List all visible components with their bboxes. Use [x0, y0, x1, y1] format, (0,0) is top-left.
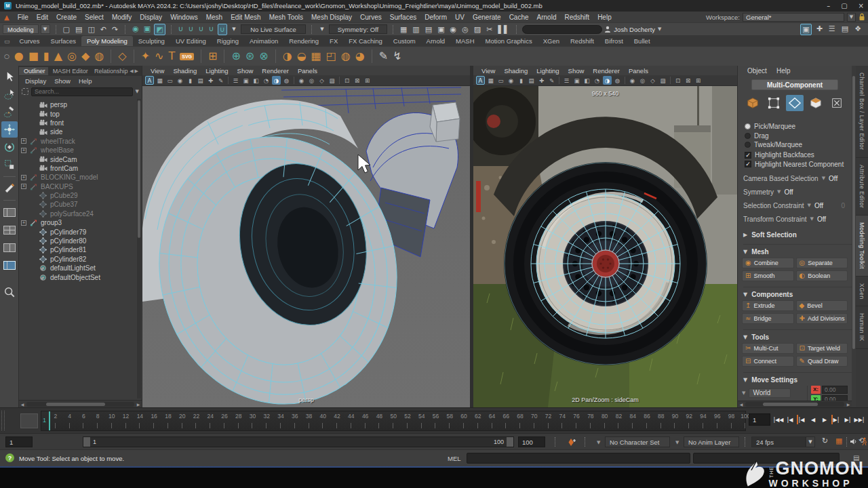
field-chart-icon[interactable]: ⊞ — [694, 76, 703, 85]
range-start-handle[interactable] — [83, 437, 90, 447]
minimize-button[interactable]: – — [827, 2, 830, 9]
camera-attributes-icon[interactable]: ◉ — [507, 76, 515, 85]
add-divisions-button[interactable]: ✚Add Divisions — [796, 313, 848, 324]
outliner-item-wheeltrack[interactable]: +wheelTrack — [19, 137, 138, 146]
lights-icon[interactable]: ◔ — [262, 76, 271, 85]
shelf-tab-bullet[interactable]: Bullet — [629, 36, 656, 46]
object-mode-icon[interactable] — [744, 95, 762, 111]
timeline-frame-40[interactable]: 40 — [309, 411, 323, 430]
outliner-item-top[interactable]: top — [19, 109, 138, 118]
fps-caret-icon[interactable]: ▼ — [806, 436, 815, 447]
snap-plane-icon[interactable]: ∪ — [208, 24, 216, 35]
search-caret-icon[interactable]: ▼ — [136, 89, 139, 94]
current-time-marker[interactable]: 1 — [44, 411, 54, 430]
play-forwards-button[interactable]: ▶ — [819, 412, 830, 427]
selected-highlight-icon[interactable]: A — [145, 76, 154, 85]
panel-menu-renderer[interactable]: Renderer — [258, 67, 293, 75]
multi-cut-button[interactable]: ✂Multi-Cut — [742, 343, 794, 354]
outliner-item-backups[interactable]: +BACKUPS — [19, 182, 138, 191]
shading-icon[interactable]: ◎ — [460, 24, 470, 35]
texture-icon[interactable]: ▨ — [473, 24, 482, 35]
move-tool[interactable] — [1, 121, 18, 138]
workspace-lock-icon[interactable] — [859, 13, 865, 21]
snap-caret-icon[interactable]: ▼ — [229, 24, 239, 34]
character-set-select[interactable]: No Character Set — [605, 436, 670, 447]
shadows-icon[interactable]: ◑ — [272, 76, 281, 85]
range-end-handle[interactable] — [507, 437, 513, 447]
separate-shelf-icon[interactable]: ◍ — [341, 48, 351, 64]
outliner-vscrollbar[interactable] — [137, 99, 141, 399]
timeline-frame-90[interactable]: 90 — [661, 411, 675, 430]
rotate-tool[interactable] — [1, 139, 18, 155]
time-slider-track[interactable]: 1 24681012141618202224262830323436384042… — [41, 411, 746, 431]
soft-selection-expand-icon[interactable]: ▶ — [743, 232, 747, 238]
timeline-frame-16[interactable]: 16 — [140, 411, 154, 430]
expand-icon[interactable]: + — [21, 184, 26, 189]
face-mode-icon[interactable] — [807, 95, 825, 111]
outliner-tab-outliner[interactable]: Outliner — [19, 67, 48, 75]
sidebar-tab-modeling-toolkit[interactable]: Modeling Toolkit — [856, 216, 868, 277]
timeline-frame-62[interactable]: 62 — [464, 411, 478, 430]
timeline-frame-28[interactable]: 28 — [224, 411, 239, 430]
make-live-icon[interactable]: ∪ — [218, 24, 227, 35]
outliner-hscrollbar[interactable]: ◀▶ — [19, 400, 142, 407]
platonic-solid-icon[interactable]: ◇ — [118, 48, 126, 64]
shelf-tab-poly-modeling[interactable]: Poly Modeling — [81, 36, 133, 46]
snap-curve-icon[interactable]: ∪ — [187, 24, 195, 35]
section-collapse-icon[interactable]: ▼ — [743, 249, 747, 255]
menu-edit[interactable]: Edit — [33, 14, 52, 21]
poly-cube-icon[interactable]: ■ — [28, 48, 39, 64]
section-header-tools[interactable]: ▼Tools — [743, 329, 852, 341]
paint-select-tool[interactable] — [1, 104, 18, 120]
fog-icon[interactable]: ▨ — [658, 76, 667, 85]
menu-surfaces[interactable]: Surfaces — [386, 14, 420, 21]
curve-spiral-icon[interactable]: ∿ — [155, 48, 163, 64]
outliner-item-pcylinder82[interactable]: pCylinder82 — [19, 255, 138, 264]
symmetry-caret-icon[interactable]: ▼ — [317, 24, 327, 34]
pause-icon[interactable]: ▌▌ — [496, 24, 511, 35]
textured-icon[interactable]: ◧ — [252, 76, 260, 85]
timeline-frame-64[interactable]: 64 — [478, 411, 492, 430]
chevron-down-icon[interactable]: ▼ — [810, 216, 814, 222]
render-icon[interactable]: ▦ — [399, 24, 408, 35]
move-settings-header[interactable]: ▼ Move Settings — [743, 372, 852, 384]
outliner-item-persp[interactable]: persp — [19, 100, 138, 109]
redo-icon[interactable]: ↷ — [111, 24, 119, 35]
menu-cache[interactable]: Cache — [505, 14, 533, 21]
animation-end-field[interactable]: 100 — [518, 436, 545, 447]
timeline-frame-12[interactable]: 12 — [112, 411, 126, 430]
quick-select-input[interactable] — [522, 25, 602, 34]
modeling-toolkit-shelf-icon[interactable]: ⊞ — [208, 48, 217, 64]
menu-edit-mesh[interactable]: Edit Mesh — [226, 14, 264, 21]
boolean-shelf-icon[interactable]: ◰ — [326, 48, 336, 64]
pencil-curve-icon[interactable]: ✎ — [379, 48, 388, 64]
open-scene-icon[interactable]: ▤ — [74, 24, 83, 35]
panel-menu-view[interactable]: View — [477, 67, 499, 75]
wireframe-icon[interactable]: ☰ — [231, 76, 240, 85]
display-layer-icon[interactable]: ▣ — [436, 24, 446, 35]
separate-button[interactable]: ◎Separate — [796, 258, 848, 268]
layout-outliner-persp-button[interactable] — [1, 257, 18, 273]
resolution-gate-icon[interactable]: ⊡ — [342, 76, 351, 85]
panel-menu-show[interactable]: Show — [564, 67, 589, 75]
section-collapse-icon[interactable]: ▼ — [743, 334, 747, 340]
shelf-tab-xgen[interactable]: XGen — [538, 36, 565, 46]
axis-orientation-select[interactable]: World — [749, 388, 791, 398]
timeline-frame-48[interactable]: 48 — [366, 411, 380, 430]
panel-menu-shading[interactable]: Shading — [169, 67, 201, 75]
menu-modify[interactable]: Modify — [108, 14, 136, 21]
grease-pencil-icon[interactable]: ✎ — [547, 76, 556, 85]
shadows-icon[interactable]: ◑ — [603, 76, 612, 85]
timeline-frame-84[interactable]: 84 — [618, 411, 633, 430]
viewport-sidecam-canvas[interactable]: 960 x 540 2D Pan/Zoom : sideCam — [473, 86, 737, 407]
panel-menu-view[interactable]: View — [146, 67, 168, 75]
multi-component-button[interactable]: Multi-Component — [751, 79, 838, 90]
timeline-frame-72[interactable]: 72 — [534, 411, 549, 430]
scale-tool[interactable] — [1, 157, 18, 173]
bookmark-icon[interactable]: ▮ — [186, 76, 195, 85]
zoom-tool[interactable] — [1, 284, 18, 300]
shelf-tab-rendering[interactable]: Rendering — [283, 36, 324, 46]
super-shape-icon[interactable]: ✦ — [141, 48, 150, 64]
dropdown-selection-constraint[interactable]: Selection Constraint▼Off0 — [743, 202, 852, 209]
outliner-item-pcylinder81[interactable]: pCylinder81 — [19, 245, 138, 254]
